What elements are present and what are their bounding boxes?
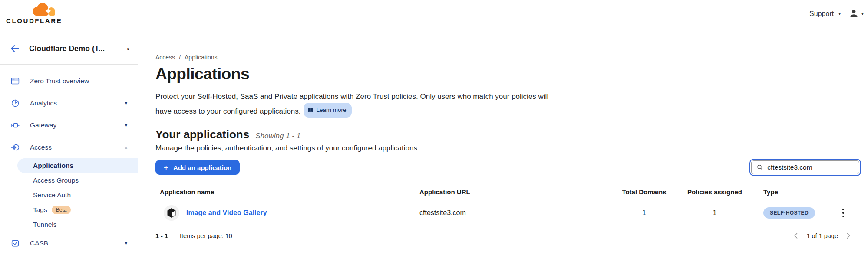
type-badge: SELF-HOSTED — [763, 207, 815, 219]
sidebar-item-label: Access — [30, 144, 52, 151]
toolbar: + Add an application — [155, 159, 852, 176]
account-name: Cloudflare Demo (T... — [29, 44, 127, 53]
sidebar-item-tags[interactable]: Tags Beta — [17, 203, 138, 217]
sidebar-item-label: Zero Trust overview — [30, 77, 89, 85]
page-description-text: Protect your Self-Hosted, SaaS and Priva… — [155, 92, 548, 115]
sidebar-item-label: CASB — [30, 239, 48, 247]
shield-check-icon — [11, 239, 20, 248]
cloudflare-cloud-icon — [30, 3, 57, 16]
add-application-button[interactable]: + Add an application — [155, 160, 240, 175]
sidebar-item-label: Access Groups — [33, 177, 79, 184]
breadcrumb-access[interactable]: Access — [155, 54, 175, 61]
gateway-icon — [11, 121, 20, 130]
application-avatar — [164, 205, 179, 221]
column-header-total-domains: Total Domains — [617, 188, 671, 196]
sidebar-item-tunnels[interactable]: Tunnels — [17, 217, 138, 232]
sidebar-item-service-auth[interactable]: Service Auth — [17, 188, 138, 203]
sidebar-item-label: Service Auth — [33, 191, 71, 199]
access-subnav: Applications Access Groups Service Auth … — [0, 158, 138, 232]
learn-more-button[interactable]: Learn more — [304, 103, 352, 118]
top-header: CLOUDFLARE Support ▼ ▼ — [0, 0, 868, 33]
chevron-down-icon[interactable]: ▼ — [124, 101, 128, 105]
cloudflare-logo-text: CLOUDFLARE — [6, 17, 67, 24]
sidebar-item-label: Tunnels — [33, 221, 57, 229]
add-application-label: Add an application — [173, 164, 231, 171]
table-row: Image and Video Gallery cftestsite3.com … — [155, 202, 852, 224]
login-arrow-icon — [11, 143, 20, 152]
breadcrumb: Access / Applications — [155, 54, 852, 61]
book-icon — [307, 107, 314, 113]
chevron-up-icon[interactable]: ▲ — [124, 145, 128, 150]
sidebar-item-access[interactable]: Access ▲ — [0, 136, 138, 158]
chevron-down-icon: ▼ — [838, 12, 842, 16]
sidebar-item-casb[interactable]: CASB ▼ — [0, 232, 138, 254]
column-header-policies-assigned: Policies assigned — [671, 188, 758, 196]
sidebar-item-gateway[interactable]: Gateway ▼ — [0, 114, 138, 136]
section-title: Your applications — [155, 128, 249, 141]
policies-assigned-cell: 1 — [671, 209, 758, 217]
plus-icon: + — [164, 163, 168, 172]
user-menu[interactable]: ▼ — [849, 9, 865, 18]
user-icon — [849, 9, 858, 18]
items-per-page[interactable]: Items per page: 10 — [180, 232, 232, 239]
sidebar-item-label: Analytics — [30, 99, 57, 107]
section-subtitle: Manage the policies, authentication, and… — [155, 144, 852, 153]
page-indicator: 1 of 1 page — [806, 232, 838, 239]
sidebar-item-analytics[interactable]: Analytics ▼ — [0, 92, 138, 114]
column-header-application-name: Application name — [155, 188, 419, 196]
sidebar-nav: Zero Trust overview Analytics ▼ Gateway … — [0, 65, 138, 254]
sidebar-item-label: Applications — [33, 162, 73, 170]
sidebar-item-applications[interactable]: Applications — [17, 158, 138, 173]
chevron-down-icon[interactable]: ▼ — [124, 241, 128, 245]
sidebar: Cloudflare Demo (T... ▸ Zero Trust overv… — [0, 33, 138, 255]
support-menu[interactable]: Support ▼ — [809, 10, 842, 18]
window-icon — [11, 77, 20, 85]
page-description: Protect your Self-Hosted, SaaS and Priva… — [155, 90, 561, 118]
learn-more-label: Learn more — [317, 104, 347, 116]
row-actions-kebab-icon[interactable] — [835, 202, 852, 224]
page-title: Applications — [155, 65, 852, 83]
cloudflare-logo[interactable]: CLOUDFLARE — [6, 3, 67, 24]
column-header-application-url: Application URL — [419, 188, 617, 196]
back-arrow-icon[interactable] — [10, 44, 20, 53]
application-name-cell: Image and Video Gallery — [155, 205, 419, 221]
sidebar-item-access-groups[interactable]: Access Groups — [17, 173, 138, 188]
sidebar-item-label: Tags — [33, 206, 47, 214]
total-domains-cell: 1 — [617, 209, 671, 217]
application-link[interactable]: Image and Video Gallery — [186, 209, 267, 217]
pagination-range: 1 - 1 — [155, 232, 168, 239]
breadcrumb-applications[interactable]: Applications — [185, 54, 218, 61]
search-focus-ring — [749, 159, 861, 176]
sidebar-item-label: Gateway — [30, 121, 56, 129]
application-url-cell: cftestsite3.com — [419, 209, 617, 217]
beta-badge: Beta — [52, 206, 71, 214]
breadcrumb-separator: / — [179, 54, 181, 61]
pagination-divider — [174, 232, 174, 240]
showing-count: Showing 1 - 1 — [255, 132, 300, 141]
column-header-type: Type — [758, 188, 835, 196]
search-box — [751, 160, 859, 174]
search-input[interactable] — [767, 163, 854, 171]
pagination-controls: 1 of 1 page — [792, 232, 852, 239]
main-content: Access / Applications Applications Prote… — [138, 33, 868, 255]
pagination: 1 - 1 Items per page: 10 1 of 1 page — [155, 232, 852, 240]
support-label: Support — [809, 10, 834, 18]
pie-chart-icon — [11, 99, 20, 108]
previous-page-icon[interactable] — [792, 232, 800, 239]
header-right: Support ▼ ▼ — [809, 9, 865, 18]
next-page-icon[interactable] — [845, 232, 852, 239]
chevron-down-icon[interactable]: ▼ — [124, 123, 128, 128]
section-heading-row: Your applications Showing 1 - 1 — [155, 128, 852, 141]
sidebar-item-zero-trust-overview[interactable]: Zero Trust overview — [0, 70, 138, 92]
type-cell: SELF-HOSTED — [758, 207, 835, 219]
account-switcher[interactable]: Cloudflare Demo (T... ▸ — [0, 33, 138, 65]
cube-icon — [167, 208, 176, 218]
search-icon — [757, 164, 763, 171]
chevron-right-icon[interactable]: ▸ — [127, 46, 130, 52]
chevron-down-icon: ▼ — [861, 12, 865, 16]
table-header: Application name Application URL Total D… — [155, 185, 852, 202]
